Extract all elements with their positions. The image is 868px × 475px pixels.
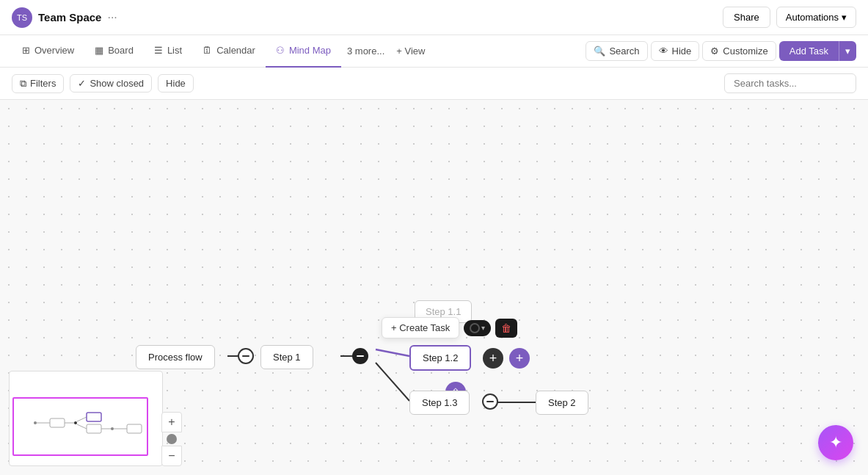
step11-label: Step 1.1 — [426, 306, 461, 317]
canvas: Process flow Step 1 Step 1.1 + Create Ta… — [0, 100, 868, 475]
hide-button[interactable]: 👁 Hide — [651, 41, 700, 61]
tab-calendar[interactable]: 🗓 Calendar — [192, 35, 266, 68]
top-bar-left: TS Team Space ··· — [12, 7, 117, 28]
fab-icon: ✦ — [829, 433, 842, 452]
plus-icon-2: + — [516, 351, 524, 366]
share-button[interactable]: Share — [723, 7, 770, 28]
list-icon: ☰ — [154, 45, 163, 56]
svg-point-16 — [111, 427, 114, 430]
automations-button[interactable]: Automations ▾ — [776, 7, 856, 28]
add-child-button[interactable]: + — [509, 348, 530, 369]
minus-icon-3 — [486, 401, 494, 402]
step13-label: Step 1.3 — [422, 397, 457, 408]
hide-icon: 👁 — [659, 46, 668, 57]
top-bar: TS Team Space ··· Share Automations ▾ — [0, 0, 868, 35]
svg-line-3 — [376, 363, 409, 401]
filter-left: ⧉ Filters ✓ Show closed Hide — [12, 74, 194, 93]
add-view-button[interactable]: + View — [390, 46, 431, 57]
step2-label: Step 2 — [548, 397, 576, 408]
step12-label: Step 1.2 — [423, 352, 458, 363]
tab-board[interactable]: ▦ Board — [84, 35, 144, 68]
step2-box[interactable]: Step 2 — [536, 391, 588, 415]
step12-plus-purple[interactable]: + — [509, 348, 530, 369]
mini-map-svg — [13, 401, 160, 452]
step1-circle[interactable] — [352, 348, 368, 364]
step12-plus-dark[interactable]: + — [483, 348, 503, 369]
search-icon: 🔍 — [594, 46, 605, 57]
tab-list[interactable]: ☰ List — [144, 35, 192, 68]
zoom-handle[interactable] — [167, 434, 177, 444]
filter-icon: ⧉ — [20, 78, 26, 90]
filter-bar: ⧉ Filters ✓ Show closed Hide — [0, 68, 868, 100]
svg-line-2 — [376, 349, 409, 356]
customize-label: Customize — [723, 46, 767, 57]
step13-box[interactable]: Step 1.3 — [409, 391, 470, 415]
nav-tabs: ⊞ Overview ▦ Board ☰ List 🗓 Calendar ⚇ M… — [12, 35, 431, 68]
customize-button[interactable]: ⚙ Customize — [702, 41, 776, 61]
minus-icon-dark — [357, 355, 364, 357]
step1-right-connector[interactable] — [352, 348, 368, 364]
process-flow-node[interactable]: Process flow — [136, 345, 215, 369]
step1-box[interactable]: Step 1 — [260, 345, 313, 369]
ellipsis-button[interactable]: ··· — [107, 11, 117, 24]
tab-mindmap[interactable]: ⚇ Mind Map — [266, 35, 341, 68]
filters-label: Filters — [30, 78, 56, 89]
board-icon: ▦ — [95, 45, 103, 56]
chevron-down-icon: ▾ — [842, 12, 847, 23]
search-button[interactable]: 🔍 Search — [586, 41, 647, 61]
step13-circle[interactable] — [482, 394, 498, 410]
add-task-button[interactable]: Add Task ▾ — [779, 41, 856, 61]
show-closed-button[interactable]: ✓ Show closed — [70, 74, 152, 93]
process-flow-connector[interactable] — [238, 348, 254, 364]
zoom-out-button[interactable]: − — [161, 446, 182, 466]
process-flow-label: Process flow — [148, 352, 203, 363]
process-flow-circle[interactable] — [238, 348, 254, 364]
create-task-button[interactable]: + Create Task — [382, 317, 459, 338]
minus-icon — [242, 355, 249, 357]
step12-box[interactable]: Step 1.2 — [409, 345, 471, 371]
step13-connector[interactable] — [482, 394, 498, 410]
svg-line-12 — [77, 424, 87, 429]
step1-label: Step 1 — [273, 352, 301, 363]
step13-node[interactable]: Step 1.3 — [409, 391, 470, 415]
overview-icon: ⊞ — [22, 45, 30, 56]
top-bar-right: Share Automations ▾ — [723, 7, 856, 28]
svg-point-6 — [34, 421, 37, 424]
nav-bar: ⊞ Overview ▦ Board ☰ List 🗓 Calendar ⚇ M… — [0, 35, 868, 68]
trash-icon: 🗑 — [501, 322, 511, 334]
hide-label: Hide — [672, 46, 692, 57]
step1-node[interactable]: Step 1 — [260, 345, 313, 369]
process-flow-box[interactable]: Process flow — [136, 345, 215, 369]
tab-overview[interactable]: ⊞ Overview — [12, 35, 84, 68]
team-space-title: Team Space — [38, 11, 101, 23]
tab-calendar-label: Calendar — [216, 45, 255, 56]
mini-map — [9, 371, 163, 466]
calendar-icon: 🗓 — [203, 45, 212, 56]
svg-rect-8 — [50, 418, 65, 427]
node-toolbar: + Create Task ▾ 🗑 — [382, 317, 517, 338]
zoom-in-button[interactable]: + — [161, 412, 182, 432]
svg-rect-18 — [127, 424, 142, 433]
add-task-chevron-icon[interactable]: ▾ — [839, 41, 856, 61]
search-tasks-input[interactable] — [724, 73, 856, 93]
plus-icon: + — [489, 351, 497, 366]
svg-point-10 — [74, 421, 77, 424]
tab-overview-label: Overview — [34, 45, 74, 56]
svg-rect-14 — [87, 424, 101, 433]
gear-icon: ⚙ — [710, 46, 719, 57]
color-dropdown-icon: ▾ — [481, 324, 485, 332]
show-closed-label: Show closed — [90, 78, 144, 89]
step12-add-button[interactable]: + — [483, 348, 503, 369]
delete-button[interactable]: 🗑 — [495, 319, 517, 338]
search-label: Search — [609, 46, 639, 57]
filter-hide-button[interactable]: Hide — [158, 74, 194, 93]
tab-mindmap-label: Mind Map — [289, 45, 331, 56]
avatar: TS — [12, 7, 32, 28]
more-tabs[interactable]: 3 more... — [341, 46, 390, 57]
filters-button[interactable]: ⧉ Filters — [12, 74, 64, 93]
step12-node[interactable]: Step 1.2 — [409, 345, 471, 371]
fab-button[interactable]: ✦ — [818, 425, 853, 460]
color-selector[interactable]: ▾ — [464, 320, 491, 336]
step2-node[interactable]: Step 2 — [536, 391, 588, 415]
nav-right: 🔍 Search 👁 Hide ⚙ Customize Add Task ▾ — [586, 41, 856, 61]
